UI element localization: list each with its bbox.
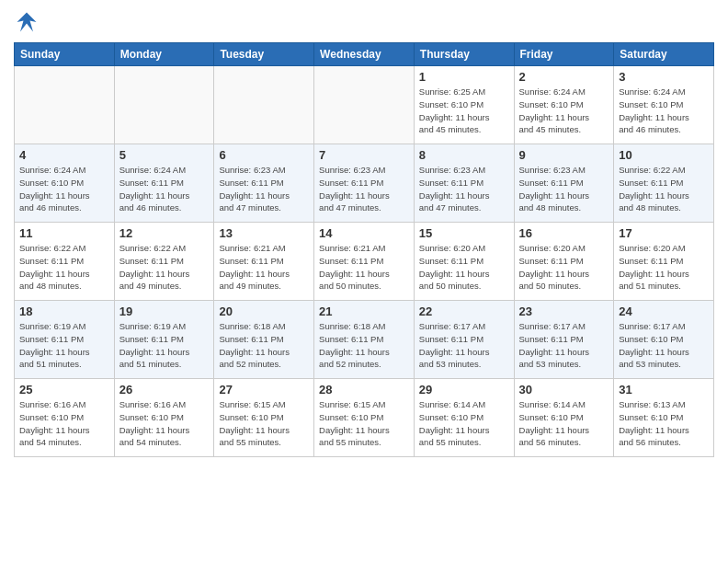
day-info: Sunrise: 6:21 AMSunset: 6:11 PMDaylight:…: [219, 242, 309, 293]
day-number: 16: [519, 226, 609, 240]
day-info: Sunrise: 6:20 AMSunset: 6:11 PMDaylight:…: [519, 242, 609, 293]
calendar-day-cell: 2Sunrise: 6:24 AMSunset: 6:10 PMDaylight…: [514, 66, 614, 144]
svg-marker-0: [17, 13, 37, 32]
weekday-header-thursday: Thursday: [414, 43, 514, 66]
calendar-week-row: 4Sunrise: 6:24 AMSunset: 6:10 PMDaylight…: [15, 144, 714, 223]
day-info: Sunrise: 6:24 AMSunset: 6:10 PMDaylight:…: [19, 164, 109, 214]
calendar-day-cell: 11Sunrise: 6:22 AMSunset: 6:11 PMDayligh…: [15, 223, 115, 301]
calendar-day-cell: 22Sunrise: 6:17 AMSunset: 6:11 PMDayligh…: [414, 301, 514, 379]
day-number: 28: [319, 383, 409, 396]
day-info: Sunrise: 6:17 AMSunset: 6:10 PMDaylight:…: [619, 320, 709, 371]
day-info: Sunrise: 6:23 AMSunset: 6:11 PMDaylight:…: [519, 164, 609, 214]
day-number: 25: [19, 383, 109, 396]
day-info: Sunrise: 6:23 AMSunset: 6:11 PMDaylight:…: [319, 164, 409, 214]
calendar-day-cell: 8Sunrise: 6:23 AMSunset: 6:11 PMDaylight…: [414, 144, 514, 223]
day-info: Sunrise: 6:21 AMSunset: 6:11 PMDaylight:…: [319, 242, 409, 293]
calendar-day-cell: 20Sunrise: 6:18 AMSunset: 6:11 PMDayligh…: [214, 301, 314, 379]
calendar-day-cell: 27Sunrise: 6:15 AMSunset: 6:10 PMDayligh…: [214, 379, 314, 457]
calendar-week-row: 25Sunrise: 6:16 AMSunset: 6:10 PMDayligh…: [15, 379, 714, 457]
day-number: 20: [219, 304, 309, 318]
calendar-day-cell: 10Sunrise: 6:22 AMSunset: 6:11 PMDayligh…: [614, 144, 714, 223]
day-number: 18: [19, 304, 109, 318]
day-number: 4: [19, 148, 109, 162]
weekday-header-saturday: Saturday: [614, 43, 714, 66]
day-info: Sunrise: 6:17 AMSunset: 6:11 PMDaylight:…: [519, 320, 609, 371]
header: [14, 9, 714, 35]
day-number: 7: [319, 148, 409, 162]
day-info: Sunrise: 6:24 AMSunset: 6:10 PMDaylight:…: [619, 86, 709, 136]
day-number: 9: [519, 148, 609, 162]
calendar-day-cell: 23Sunrise: 6:17 AMSunset: 6:11 PMDayligh…: [514, 301, 614, 379]
calendar-day-cell: 28Sunrise: 6:15 AMSunset: 6:10 PMDayligh…: [314, 379, 415, 457]
day-info: Sunrise: 6:22 AMSunset: 6:11 PMDaylight:…: [19, 242, 109, 293]
page: SundayMondayTuesdayWednesdayThursdayFrid…: [0, 0, 728, 563]
day-info: Sunrise: 6:15 AMSunset: 6:10 PMDaylight:…: [319, 398, 409, 449]
day-number: 29: [419, 383, 509, 396]
weekday-header-monday: Monday: [114, 43, 214, 66]
calendar-day-cell: 7Sunrise: 6:23 AMSunset: 6:11 PMDaylight…: [314, 144, 415, 223]
calendar-day-cell: 31Sunrise: 6:13 AMSunset: 6:10 PMDayligh…: [614, 379, 714, 457]
calendar-day-cell: 5Sunrise: 6:24 AMSunset: 6:11 PMDaylight…: [114, 144, 214, 223]
calendar-day-cell: 6Sunrise: 6:23 AMSunset: 6:11 PMDaylight…: [214, 144, 314, 223]
calendar-day-cell: [15, 66, 115, 144]
day-number: 8: [419, 148, 509, 162]
calendar-day-cell: 17Sunrise: 6:20 AMSunset: 6:11 PMDayligh…: [614, 223, 714, 301]
day-number: 1: [419, 70, 509, 84]
calendar-day-cell: [114, 66, 214, 144]
calendar-week-row: 1Sunrise: 6:25 AMSunset: 6:10 PMDaylight…: [15, 66, 714, 144]
calendar-day-cell: 13Sunrise: 6:21 AMSunset: 6:11 PMDayligh…: [214, 223, 314, 301]
logo-bird-icon: [14, 9, 40, 35]
day-number: 2: [519, 70, 609, 84]
day-number: 19: [119, 304, 210, 318]
day-info: Sunrise: 6:19 AMSunset: 6:11 PMDaylight:…: [19, 320, 109, 371]
day-number: 30: [519, 383, 609, 396]
day-number: 13: [219, 226, 309, 240]
day-info: Sunrise: 6:18 AMSunset: 6:11 PMDaylight:…: [319, 320, 409, 371]
day-number: 24: [619, 304, 709, 318]
day-number: 21: [319, 304, 409, 318]
day-info: Sunrise: 6:15 AMSunset: 6:10 PMDaylight:…: [219, 398, 309, 449]
calendar-day-cell: 29Sunrise: 6:14 AMSunset: 6:10 PMDayligh…: [414, 379, 514, 457]
day-info: Sunrise: 6:24 AMSunset: 6:11 PMDaylight:…: [119, 164, 210, 214]
day-info: Sunrise: 6:22 AMSunset: 6:11 PMDaylight:…: [119, 242, 210, 293]
day-number: 10: [619, 148, 709, 162]
calendar-day-cell: 4Sunrise: 6:24 AMSunset: 6:10 PMDaylight…: [15, 144, 115, 223]
weekday-header-row: SundayMondayTuesdayWednesdayThursdayFrid…: [15, 43, 714, 66]
weekday-header-wednesday: Wednesday: [314, 43, 415, 66]
weekday-header-sunday: Sunday: [15, 43, 115, 66]
day-number: 23: [519, 304, 609, 318]
day-info: Sunrise: 6:24 AMSunset: 6:10 PMDaylight:…: [519, 86, 609, 136]
day-info: Sunrise: 6:14 AMSunset: 6:10 PMDaylight:…: [419, 398, 509, 449]
calendar-week-row: 18Sunrise: 6:19 AMSunset: 6:11 PMDayligh…: [15, 301, 714, 379]
day-info: Sunrise: 6:22 AMSunset: 6:11 PMDaylight:…: [619, 164, 709, 214]
calendar-day-cell: 25Sunrise: 6:16 AMSunset: 6:10 PMDayligh…: [15, 379, 115, 457]
day-info: Sunrise: 6:23 AMSunset: 6:11 PMDaylight:…: [419, 164, 509, 214]
day-info: Sunrise: 6:20 AMSunset: 6:11 PMDaylight:…: [419, 242, 509, 293]
calendar-day-cell: 24Sunrise: 6:17 AMSunset: 6:10 PMDayligh…: [614, 301, 714, 379]
calendar-day-cell: 12Sunrise: 6:22 AMSunset: 6:11 PMDayligh…: [114, 223, 214, 301]
day-number: 6: [219, 148, 309, 162]
day-number: 3: [619, 70, 709, 84]
calendar-day-cell: 9Sunrise: 6:23 AMSunset: 6:11 PMDaylight…: [514, 144, 614, 223]
calendar-body: 1Sunrise: 6:25 AMSunset: 6:10 PMDaylight…: [15, 66, 714, 457]
calendar-day-cell: 3Sunrise: 6:24 AMSunset: 6:10 PMDaylight…: [614, 66, 714, 144]
calendar-day-cell: 16Sunrise: 6:20 AMSunset: 6:11 PMDayligh…: [514, 223, 614, 301]
weekday-header-tuesday: Tuesday: [214, 43, 314, 66]
day-info: Sunrise: 6:18 AMSunset: 6:11 PMDaylight:…: [219, 320, 309, 371]
logo: [14, 9, 43, 35]
day-number: 14: [319, 226, 409, 240]
day-info: Sunrise: 6:14 AMSunset: 6:10 PMDaylight:…: [519, 398, 609, 449]
day-info: Sunrise: 6:13 AMSunset: 6:10 PMDaylight:…: [619, 398, 709, 449]
calendar-day-cell: 30Sunrise: 6:14 AMSunset: 6:10 PMDayligh…: [514, 379, 614, 457]
day-info: Sunrise: 6:19 AMSunset: 6:11 PMDaylight:…: [119, 320, 210, 371]
day-number: 11: [19, 226, 109, 240]
day-number: 31: [619, 383, 709, 396]
day-info: Sunrise: 6:23 AMSunset: 6:11 PMDaylight:…: [219, 164, 309, 214]
calendar-header: SundayMondayTuesdayWednesdayThursdayFrid…: [15, 43, 714, 66]
day-info: Sunrise: 6:16 AMSunset: 6:10 PMDaylight:…: [19, 398, 109, 449]
weekday-header-friday: Friday: [514, 43, 614, 66]
calendar-table: SundayMondayTuesdayWednesdayThursdayFrid…: [14, 42, 714, 457]
calendar-day-cell: [314, 66, 415, 144]
calendar-day-cell: 26Sunrise: 6:16 AMSunset: 6:10 PMDayligh…: [114, 379, 214, 457]
calendar-week-row: 11Sunrise: 6:22 AMSunset: 6:11 PMDayligh…: [15, 223, 714, 301]
